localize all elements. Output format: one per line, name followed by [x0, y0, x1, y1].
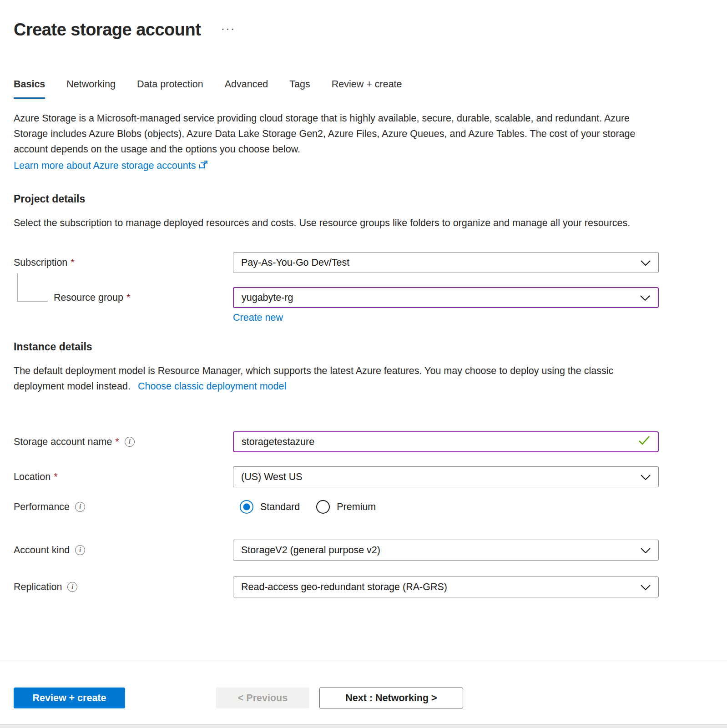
resource-group-value: yugabyte-rg — [242, 292, 293, 303]
info-icon[interactable]: i — [75, 545, 85, 555]
chevron-down-icon — [640, 292, 650, 303]
required-asterisk: * — [115, 436, 119, 448]
intro-text: Azure Storage is a Microsoft-managed ser… — [14, 111, 656, 157]
instance-details-description: The default deployment model is Resource… — [14, 363, 646, 394]
info-icon[interactable]: i — [125, 437, 135, 447]
replication-row: Replication i Read-access geo-redundant … — [14, 576, 713, 597]
project-details-heading: Project details — [14, 193, 713, 205]
subscription-label: Subscription * — [14, 257, 233, 268]
storage-account-name-label: Storage account name * i — [14, 436, 233, 448]
tab-data-protection[interactable]: Data protection — [137, 79, 203, 99]
subscription-row: Subscription * Pay-As-You-Go Dev/Test — [14, 252, 713, 273]
external-link-icon — [199, 159, 208, 173]
performance-label: Performance i — [14, 501, 233, 513]
info-icon[interactable]: i — [75, 502, 85, 512]
choose-classic-deployment-link[interactable]: Choose classic deployment model — [138, 381, 286, 392]
info-icon[interactable]: i — [67, 582, 77, 592]
hierarchy-connector-line — [17, 273, 48, 302]
tab-basics[interactable]: Basics — [14, 79, 45, 99]
performance-radio-group: Standard Premium — [233, 500, 659, 514]
resource-group-select[interactable]: yugabyte-rg — [233, 287, 659, 308]
account-kind-row: Account kind i StorageV2 (general purpos… — [14, 540, 713, 561]
location-label: Location * — [14, 471, 233, 483]
performance-option-standard[interactable]: Standard — [240, 500, 300, 514]
chevron-down-icon — [641, 257, 651, 268]
footer-divider — [0, 661, 727, 661]
previous-button[interactable]: < Previous — [216, 688, 309, 708]
learn-more-link[interactable]: Learn more about Azure storage accounts — [14, 158, 208, 173]
performance-row: Performance i Standard Premium — [14, 500, 713, 514]
subscription-value: Pay-As-You-Go Dev/Test — [241, 257, 349, 268]
review-create-button[interactable]: Review + create — [14, 688, 125, 708]
instance-details-heading: Instance details — [14, 341, 713, 353]
footer-actions: Review + create < Previous Next : Networ… — [14, 688, 713, 708]
location-select[interactable]: (US) West US — [233, 466, 659, 487]
tab-review-create[interactable]: Review + create — [332, 79, 402, 99]
account-kind-value: StorageV2 (general purpose v2) — [241, 545, 380, 556]
learn-more-label: Learn more about Azure storage accounts — [14, 159, 196, 172]
tab-tags[interactable]: Tags — [289, 79, 310, 99]
page-header: Create storage account ··· — [14, 20, 713, 40]
page-title: Create storage account — [14, 20, 201, 40]
more-menu-button[interactable]: ··· — [221, 23, 235, 35]
required-asterisk: * — [71, 257, 75, 268]
next-networking-button[interactable]: Next : Networking > — [319, 688, 463, 708]
create-new-link[interactable]: Create new — [233, 312, 283, 324]
replication-value: Read-access geo-redundant storage (RA-GR… — [241, 581, 447, 593]
wizard-tabs: Basics Networking Data protection Advanc… — [14, 79, 713, 99]
project-details-description: Select the subscription to manage deploy… — [14, 215, 656, 231]
storage-account-name-field — [233, 431, 659, 452]
valid-check-icon — [638, 435, 650, 448]
replication-select[interactable]: Read-access geo-redundant storage (RA-GR… — [233, 576, 659, 597]
required-asterisk: * — [126, 292, 131, 303]
chevron-down-icon — [641, 581, 651, 593]
bottom-scrollbar-track — [0, 724, 727, 728]
performance-option-premium[interactable]: Premium — [316, 500, 376, 514]
replication-label: Replication i — [14, 581, 233, 593]
account-kind-label: Account kind i — [14, 545, 233, 556]
tab-networking[interactable]: Networking — [66, 79, 116, 99]
chevron-down-icon — [641, 545, 651, 556]
location-value: (US) West US — [241, 471, 303, 483]
chevron-down-icon — [641, 471, 651, 483]
resource-group-label: Resource group * — [14, 292, 233, 303]
account-kind-select[interactable]: StorageV2 (general purpose v2) — [233, 540, 659, 561]
radio-unselected-icon — [316, 500, 330, 514]
location-row: Location * (US) West US — [14, 466, 713, 487]
storage-account-name-input[interactable] — [242, 436, 638, 448]
radio-selected-icon — [240, 500, 253, 514]
subscription-select[interactable]: Pay-As-You-Go Dev/Test — [233, 252, 659, 273]
tab-advanced[interactable]: Advanced — [225, 79, 268, 99]
required-asterisk: * — [54, 471, 58, 483]
resource-group-row: Resource group * yugabyte-rg — [14, 287, 713, 308]
storage-account-name-row: Storage account name * i — [14, 431, 713, 452]
